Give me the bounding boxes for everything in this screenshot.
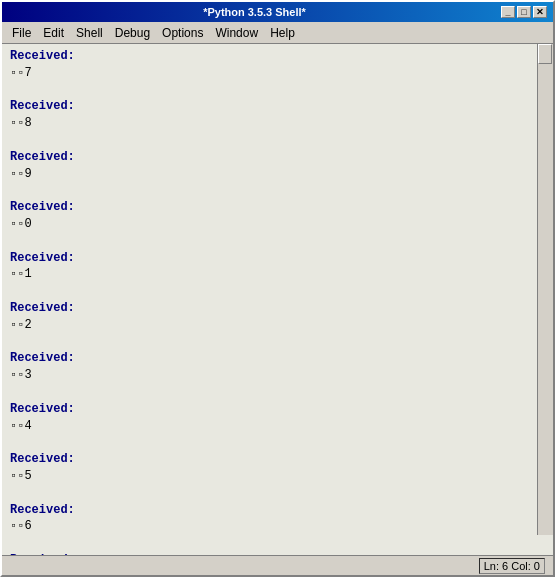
received-label: Received: [10,48,545,65]
received-label: Received: [10,149,545,166]
scrollbar-thumb[interactable] [538,44,552,64]
received-label: Received: [10,98,545,115]
menu-shell[interactable]: Shell [70,24,109,42]
received-value: ▫▫8 [10,115,545,132]
maximize-button[interactable]: □ [517,6,531,18]
received-label: Received: [10,350,545,367]
received-label: Received: [10,250,545,267]
status-ln-col: Ln: 6 Col: 0 [479,558,545,574]
received-value: ▫▫9 [10,166,545,183]
close-button[interactable]: ✕ [533,6,547,18]
minimize-button[interactable]: _ [501,6,515,18]
menu-debug[interactable]: Debug [109,24,156,42]
received-value: ▫▫1 [10,266,545,283]
received-label: Received: [10,502,545,519]
received-value: ▫▫2 [10,317,545,334]
status-bar: Ln: 6 Col: 0 [2,555,553,575]
received-label: Received: [10,199,545,216]
menu-options[interactable]: Options [156,24,209,42]
shell-output: Received:▫▫7Received:▫▫8Received:▫▫9Rece… [2,44,553,555]
menu-window[interactable]: Window [209,24,264,42]
menu-help[interactable]: Help [264,24,301,42]
received-value: ▫▫6 [10,518,545,535]
received-label: Received: [10,300,545,317]
received-value: ▫▫4 [10,418,545,435]
menu-edit[interactable]: Edit [37,24,70,42]
menu-bar: File Edit Shell Debug Options Window Hel… [2,22,553,44]
received-label: Received: [10,552,545,555]
content-area: Received:▫▫7Received:▫▫8Received:▫▫9Rece… [2,44,553,555]
received-label: Received: [10,401,545,418]
received-value: ▫▫5 [10,468,545,485]
window-controls: _ □ ✕ [501,6,547,18]
window-title: *Python 3.5.3 Shell* [8,6,501,18]
received-label: Received: [10,451,545,468]
window: *Python 3.5.3 Shell* _ □ ✕ File Edit She… [0,0,555,577]
received-value: ▫▫7 [10,65,545,82]
scrollbar[interactable] [537,44,553,535]
title-bar: *Python 3.5.3 Shell* _ □ ✕ [2,2,553,22]
menu-file[interactable]: File [6,24,37,42]
received-value: ▫▫3 [10,367,545,384]
received-value: ▫▫0 [10,216,545,233]
